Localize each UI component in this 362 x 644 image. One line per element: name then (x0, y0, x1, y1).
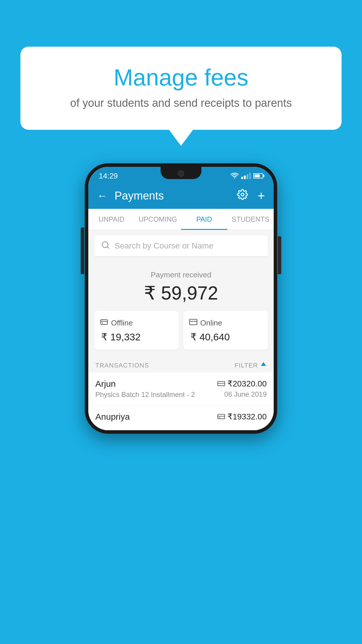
tabs-container: UNPAID UPCOMING PAID STUDENTS (88, 209, 274, 230)
online-amount: ₹ 40,640 (189, 331, 262, 343)
transaction-right: ₹19332.00 (217, 412, 267, 421)
payment-received-section: Payment received ₹ 59,972 (88, 262, 274, 356)
settings-icon[interactable] (237, 189, 248, 203)
search-icon (101, 241, 110, 251)
svg-line-2 (107, 246, 109, 248)
phone-notch (161, 167, 201, 179)
transactions-list: Arjun Physics Batch 12 Installment - 2 (88, 372, 274, 430)
header-left: ← Payments (97, 190, 164, 202)
payment-type-icon (217, 379, 225, 388)
amount-row: ₹20320.00 (217, 379, 267, 388)
offline-card: Offline ₹ 19,332 (94, 311, 179, 350)
filter-label: FILTER (235, 362, 258, 369)
table-row[interactable]: Anupriya (88, 405, 274, 430)
payment-cards: Offline ₹ 19,332 (94, 311, 268, 350)
payment-received-label: Payment received (94, 270, 268, 279)
phone-outer: 14:29 (85, 163, 277, 434)
back-button[interactable]: ← (97, 190, 108, 202)
header-right: + (237, 188, 265, 203)
online-label: Online (200, 318, 222, 328)
online-card-header: Online (189, 318, 262, 328)
transactions-label: TRANSACTIONS (95, 362, 149, 369)
status-icons (230, 173, 263, 179)
tab-upcoming[interactable]: UPCOMING (135, 209, 181, 230)
search-container: Search by Course or Name (88, 230, 274, 262)
transaction-name: Arjun (95, 379, 217, 389)
svg-rect-6 (189, 319, 197, 325)
transaction-name: Anupriya (95, 412, 217, 422)
tab-unpaid[interactable]: UNPAID (88, 209, 135, 230)
tab-paid[interactable]: PAID (181, 209, 227, 230)
header-title: Payments (115, 190, 164, 202)
payment-received-amount: ₹ 59,972 (94, 282, 268, 304)
filter-icon (260, 361, 267, 370)
transaction-amount: ₹19332.00 (227, 412, 267, 421)
transaction-left: Anupriya (95, 412, 217, 424)
table-row[interactable]: Arjun Physics Batch 12 Installment - 2 (88, 372, 274, 405)
phone-mockup: 14:29 (85, 163, 277, 434)
speech-bubble: Manage fees of your students and send re… (20, 47, 342, 130)
svg-marker-8 (261, 362, 266, 366)
tab-students[interactable]: STUDENTS (227, 209, 274, 230)
wifi-icon (230, 173, 239, 179)
transaction-amount: ₹20320.00 (227, 379, 267, 388)
amount-row: ₹19332.00 (217, 412, 267, 421)
search-placeholder: Search by Course or Name (115, 241, 213, 251)
filter-container[interactable]: FILTER (235, 361, 267, 370)
add-button[interactable]: + (257, 188, 265, 203)
battery-icon (253, 173, 263, 178)
transactions-header: TRANSACTIONS FILTER (88, 356, 274, 372)
transaction-right: ₹20320.00 06 June 2019 (217, 379, 267, 398)
offline-card-header: Offline (100, 318, 173, 328)
transaction-date: 06 June 2019 (224, 390, 267, 398)
online-card: Online ₹ 40,640 (183, 311, 268, 350)
front-camera (178, 170, 184, 177)
payment-type-icon (217, 412, 225, 421)
volume-down-button (81, 254, 84, 274)
search-box[interactable]: Search by Course or Name (94, 235, 268, 256)
bubble-title: Manage fees (44, 64, 318, 91)
power-button (278, 239, 281, 274)
speech-bubble-container: Manage fees of your students and send re… (20, 47, 342, 130)
phone-screen: 14:29 (88, 167, 274, 430)
offline-label: Offline (111, 318, 133, 328)
offline-icon (100, 318, 108, 328)
volume-up-button (81, 228, 84, 248)
svg-point-0 (241, 193, 244, 196)
offline-amount: ₹ 19,332 (100, 331, 173, 343)
app-header: ← Payments + (88, 183, 274, 209)
signal-bars (241, 173, 251, 179)
transaction-course: Physics Batch 12 Installment - 2 (95, 391, 217, 399)
status-time: 14:29 (99, 172, 118, 181)
transaction-left: Arjun Physics Batch 12 Installment - 2 (95, 379, 217, 399)
bubble-subtitle: of your students and send receipts to pa… (44, 97, 318, 109)
svg-rect-3 (101, 320, 107, 324)
online-icon (189, 318, 197, 328)
